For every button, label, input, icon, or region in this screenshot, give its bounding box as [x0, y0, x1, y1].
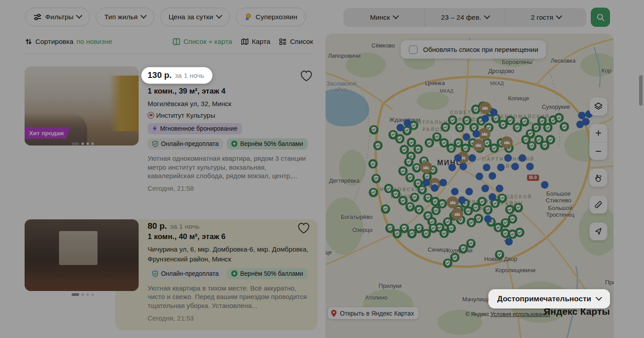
map-pin-crown[interactable] — [451, 208, 463, 220]
superhost-button[interactable]: Суперхозяин — [236, 8, 306, 26]
map-pin-blue[interactable] — [541, 181, 549, 188]
map-pin-green[interactable] — [410, 193, 419, 202]
carousel-dot[interactable] — [72, 293, 79, 296]
map-pin-blue[interactable] — [496, 185, 503, 193]
update-on-move-checkbox[interactable]: Обновлять список при перемещении — [401, 40, 546, 59]
search-button[interactable] — [591, 8, 610, 27]
map-pin-green[interactable] — [368, 159, 377, 169]
carousel-dot[interactable] — [72, 142, 79, 145]
map-pin-blue[interactable] — [505, 238, 513, 246]
map-pin-green[interactable] — [448, 116, 458, 125]
housing-type-button[interactable]: Тип жилья — [96, 8, 154, 26]
map-pin-green[interactable] — [495, 250, 504, 259]
map-pin-blue[interactable] — [458, 196, 466, 204]
map-pin-green[interactable] — [372, 174, 381, 183]
map-pin-crown[interactable] — [479, 102, 491, 114]
map-pin-green[interactable] — [406, 202, 415, 211]
map-pin-green[interactable] — [555, 113, 564, 123]
map-pin-blue[interactable] — [504, 154, 512, 162]
map-pin-green[interactable] — [381, 204, 390, 214]
city-select[interactable]: Минск — [343, 8, 424, 27]
map-pin-blue[interactable] — [526, 163, 534, 171]
guests-select[interactable]: 2 гостя — [505, 8, 586, 27]
map-pin-green[interactable] — [369, 125, 379, 134]
map-locate-button[interactable] — [589, 222, 607, 240]
map-pin-green[interactable] — [520, 117, 530, 126]
map-pin-green[interactable] — [395, 134, 405, 144]
zoom-in-button[interactable]: + — [589, 124, 607, 142]
map-pin-green[interactable] — [455, 123, 465, 133]
map-pin-blue[interactable] — [481, 115, 489, 122]
map-pin-blue[interactable] — [576, 121, 584, 128]
map-pin-blue[interactable] — [490, 109, 498, 116]
map-pin-crown[interactable] — [447, 196, 459, 208]
open-in-yandex-maps-button[interactable]: Открыть в Яндекс Картах — [328, 307, 419, 319]
map-pin-blue[interactable] — [483, 163, 490, 171]
map-pin-green[interactable] — [546, 135, 555, 145]
map-pin-blue[interactable] — [440, 179, 447, 186]
carousel-dot[interactable] — [81, 142, 84, 145]
map-pin-blue[interactable] — [396, 124, 404, 132]
map-pin-green[interactable] — [498, 193, 507, 203]
map-pin-crown[interactable] — [472, 139, 484, 151]
map-pin-green[interactable] — [478, 197, 487, 206]
map-pin-green[interactable] — [428, 223, 438, 233]
map-pin-green[interactable] — [466, 239, 475, 248]
map-pin-blue[interactable] — [512, 163, 519, 171]
map-pin-green[interactable] — [438, 199, 447, 209]
map-pin-green[interactable] — [559, 122, 569, 132]
map-layers-button[interactable] — [589, 98, 607, 116]
map-pin-blue[interactable] — [484, 215, 492, 223]
map-pin-blue[interactable] — [488, 193, 496, 201]
favorite-heart-icon[interactable] — [300, 69, 313, 85]
map-pin-blue[interactable] — [475, 172, 483, 180]
listing-card[interactable]: 80 р. за 1 ночь 1 комн., 40 м², этаж 6 Ч… — [148, 221, 314, 322]
map-pin-blue[interactable] — [473, 130, 480, 137]
carousel-dot[interactable] — [81, 293, 84, 296]
map-pin-green[interactable] — [500, 229, 510, 238]
map[interactable]: Обновлять список при перемещении + − — [326, 34, 614, 338]
carousel-dot[interactable] — [86, 293, 89, 296]
map-pin-green[interactable] — [505, 205, 514, 214]
dates-select[interactable]: 23 – 24 фев. — [424, 8, 505, 27]
map-ruler-button[interactable] — [589, 196, 607, 214]
map-pin-blue[interactable] — [460, 163, 467, 171]
map-pin-green[interactable] — [462, 116, 472, 125]
poi-dropdown-button[interactable]: Достопримечательности — [488, 289, 610, 308]
zoom-out-button[interactable]: − — [589, 142, 607, 160]
map-pin-green[interactable] — [513, 203, 523, 212]
map-pin-green[interactable] — [543, 123, 552, 133]
map-pin-green[interactable] — [414, 145, 423, 154]
terms-link[interactable]: Условия использования — [491, 311, 550, 317]
map-pin-blue[interactable] — [488, 172, 496, 180]
map-pin-blue[interactable] — [481, 185, 489, 193]
carousel-dot[interactable] — [91, 142, 94, 145]
view-list-map[interactable]: Список + карта — [173, 38, 232, 46]
map-pin-green[interactable] — [369, 188, 378, 197]
favorite-heart-icon[interactable] — [297, 222, 310, 237]
map-tilt-gesture-button[interactable] — [589, 169, 607, 187]
map-pin-green[interactable] — [450, 253, 460, 262]
price-per-day-button[interactable]: Цена за сутки — [160, 8, 230, 26]
map-pin-blue[interactable] — [497, 163, 505, 171]
map-pin-blue[interactable] — [403, 119, 411, 127]
map-pin-green[interactable] — [373, 141, 383, 150]
map-pin-blue[interactable] — [468, 154, 476, 162]
carousel-dot[interactable] — [91, 293, 94, 296]
map-pin-green[interactable] — [474, 214, 483, 223]
map-pin-crown[interactable] — [420, 161, 432, 173]
view-list[interactable]: Список — [279, 38, 313, 46]
map-pin-blue[interactable] — [462, 133, 470, 141]
map-pin-green[interactable] — [414, 205, 424, 214]
carousel-dot[interactable] — [86, 142, 89, 145]
map-pin-green[interactable] — [515, 228, 525, 237]
listing-photo[interactable] — [25, 219, 139, 291]
view-map[interactable]: Карта — [241, 38, 270, 46]
map-pin-green[interactable] — [505, 116, 515, 125]
map-pin-green[interactable] — [446, 223, 456, 233]
map-pin-blue[interactable] — [466, 188, 473, 195]
listing-photo[interactable]: Хит продаж — [25, 66, 139, 145]
map-pin-green[interactable] — [441, 123, 450, 132]
scrollbar-thumb[interactable] — [639, 75, 643, 106]
listing-card[interactable]: 130 р. за 1 ночь 1 комн., 39 м², этаж 4 … — [148, 67, 314, 192]
